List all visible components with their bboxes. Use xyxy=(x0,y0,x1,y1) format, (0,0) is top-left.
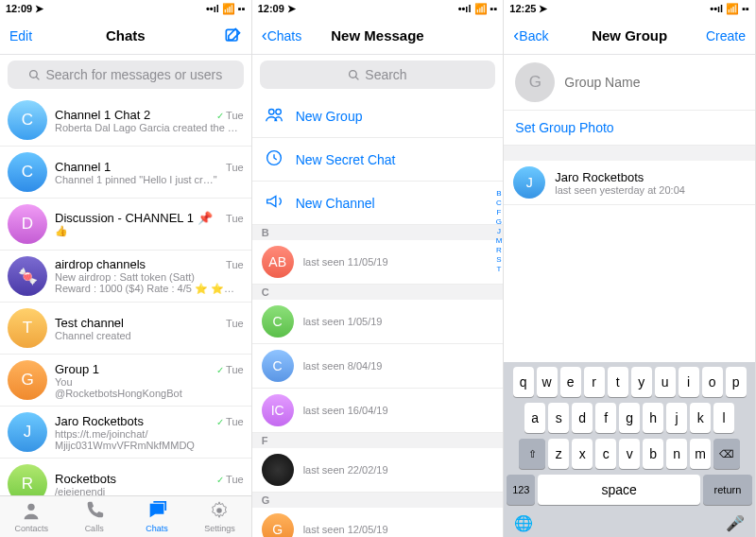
key-c[interactable]: c xyxy=(595,439,616,469)
key-return[interactable]: return xyxy=(703,475,752,505)
contact-row[interactable]: Glast seen 12/05/19 xyxy=(252,508,504,537)
key-v[interactable]: v xyxy=(619,439,640,469)
search-input[interactable]: Search xyxy=(260,61,496,89)
key-f[interactable]: f xyxy=(595,403,616,433)
index-letter[interactable]: G xyxy=(496,217,502,226)
chat-list[interactable]: C Channel 1 Chat 2 ✓Tue Roberta Dal Lago… xyxy=(0,95,251,495)
chat-preview: /ejejenendj xyxy=(55,486,244,496)
index-letter[interactable]: M xyxy=(496,236,503,245)
chat-name: airdrop channels xyxy=(55,257,146,271)
wifi-icon: 📶 xyxy=(474,3,488,15)
chat-row[interactable]: R Rocketbots ✓Tue /ejejenendj xyxy=(0,459,251,495)
key-k[interactable]: k xyxy=(690,403,711,433)
menu-secret[interactable]: New Secret Chat xyxy=(252,138,504,182)
index-rail[interactable]: BCFGJMRST xyxy=(496,189,503,273)
key-b[interactable]: b xyxy=(643,439,663,469)
chats-screen: 12:09➤ ••ıl📶▪▪ Edit Chats Search for mes… xyxy=(0,0,252,537)
avatar: J xyxy=(8,412,47,452)
settings-icon xyxy=(209,500,230,523)
group-avatar-placeholder[interactable]: G xyxy=(515,62,555,102)
contact-row[interactable]: Clast seen 1/05/19 xyxy=(252,300,504,344)
key-e[interactable]: e xyxy=(560,367,581,397)
key-y[interactable]: y xyxy=(631,367,652,397)
chat-name: Test channel xyxy=(55,316,124,330)
index-letter[interactable]: T xyxy=(497,265,502,273)
key-backspace[interactable]: ⌫ xyxy=(713,439,740,469)
contact-list[interactable]: BABlast seen 11/05/19CClast seen 1/05/19… xyxy=(252,225,504,537)
key-h[interactable]: h xyxy=(643,403,663,433)
key-o[interactable]: o xyxy=(702,367,723,397)
key-n[interactable]: n xyxy=(666,439,687,469)
tab-label: Settings xyxy=(204,524,235,533)
index-letter[interactable]: J xyxy=(497,227,501,235)
svg-point-5 xyxy=(268,110,274,115)
group-icon xyxy=(264,104,284,128)
key-l[interactable]: l xyxy=(713,403,734,433)
index-letter[interactable]: R xyxy=(496,246,502,254)
chat-row[interactable]: 🍬 airdrop channels Tue New airdrop : Sat… xyxy=(0,251,251,303)
chat-row[interactable]: D Discussion - CHANNEL 1 📌 Tue 👍 xyxy=(0,199,251,251)
check-icon: ✓ xyxy=(216,417,224,427)
svg-point-4 xyxy=(350,70,357,78)
tab-calls[interactable]: Calls xyxy=(62,496,125,537)
chat-row[interactable]: C Channel 1 Chat 2 ✓Tue Roberta Dal Lago… xyxy=(0,95,251,147)
key-s[interactable]: s xyxy=(548,403,569,433)
back-button[interactable]: ‹Chats xyxy=(262,26,315,45)
compose-button[interactable] xyxy=(189,26,242,45)
index-letter[interactable]: F xyxy=(497,208,502,217)
key-x[interactable]: x xyxy=(572,439,593,469)
key-shift[interactable]: ⇧ xyxy=(519,439,545,469)
check-icon: ✓ xyxy=(216,365,224,375)
chat-row[interactable]: C Channel 1 Tue Channel 1 pinned "Hello … xyxy=(0,147,251,199)
chat-row[interactable]: J Jaro Rocketbots ✓Tue https://t.me/join… xyxy=(0,407,251,459)
tab-bar: ContactsCallsChatsSettings xyxy=(0,495,251,537)
create-button[interactable]: Create xyxy=(693,28,746,43)
group-name-input[interactable] xyxy=(564,75,744,90)
menu-channel[interactable]: New Channel xyxy=(252,182,504,225)
key-z[interactable]: z xyxy=(548,439,569,469)
avatar: C xyxy=(262,350,294,382)
set-group-photo-button[interactable]: Set Group Photo xyxy=(504,111,755,146)
key-i[interactable]: i xyxy=(679,367,699,397)
tab-settings[interactable]: Settings xyxy=(188,496,250,537)
key-t[interactable]: t xyxy=(608,367,628,397)
contact-sub: last seen 11/05/19 xyxy=(303,256,388,268)
mic-icon[interactable]: 🎤 xyxy=(726,514,745,532)
key-q[interactable]: q xyxy=(513,367,534,397)
chat-preview-2: Reward : 1000 ($4) Rate : 4/5 ⭐ ⭐… xyxy=(55,283,244,295)
contact-row[interactable]: IClast seen 16/04/19 xyxy=(252,389,504,433)
key-w[interactable]: w xyxy=(537,367,558,397)
index-letter[interactable]: B xyxy=(496,189,501,198)
key-123[interactable]: 123 xyxy=(507,475,535,505)
key-r[interactable]: r xyxy=(584,367,605,397)
key-u[interactable]: u xyxy=(655,367,676,397)
tab-contacts[interactable]: Contacts xyxy=(0,496,62,537)
chat-row[interactable]: T Test channel Tue Channel created xyxy=(0,303,251,355)
index-letter[interactable]: C xyxy=(496,199,502,207)
battery-icon: ▪▪ xyxy=(238,3,246,14)
member-row[interactable]: JJaro Rocketbotslast seen yesterday at 2… xyxy=(504,161,755,205)
chat-row[interactable]: G Group 1 ✓Tue You @RocketbotsHongKongBo… xyxy=(0,355,251,407)
chat-preview: Channel created xyxy=(55,330,244,341)
svg-point-2 xyxy=(28,504,35,511)
menu-group[interactable]: New Group xyxy=(252,95,504,138)
globe-icon[interactable]: 🌐 xyxy=(514,514,533,532)
key-d[interactable]: d xyxy=(572,403,593,433)
key-space[interactable]: space xyxy=(538,475,700,505)
edit-button[interactable]: Edit xyxy=(9,28,62,43)
signal-icon: ••ıl xyxy=(206,3,219,14)
key-j[interactable]: j xyxy=(666,403,687,433)
contact-row[interactable]: Clast seen 8/04/19 xyxy=(252,344,504,389)
key-g[interactable]: g xyxy=(619,403,640,433)
back-button[interactable]: ‹Back xyxy=(513,26,566,45)
tab-chats[interactable]: Chats xyxy=(126,496,188,537)
contact-row[interactable]: ABlast seen 11/05/19 xyxy=(252,240,504,285)
index-letter[interactable]: S xyxy=(496,255,501,264)
keyboard[interactable]: qwertyuiop asdfghjkl ⇧zxcvbnm⌫ 123 space… xyxy=(504,362,755,537)
key-m[interactable]: m xyxy=(690,439,711,469)
key-p[interactable]: p xyxy=(726,367,747,397)
search-input[interactable]: Search for messages or users xyxy=(8,61,244,89)
section-header: F xyxy=(252,433,504,448)
key-a[interactable]: a xyxy=(524,403,545,433)
contact-row[interactable]: last seen 22/02/19 xyxy=(252,448,504,493)
